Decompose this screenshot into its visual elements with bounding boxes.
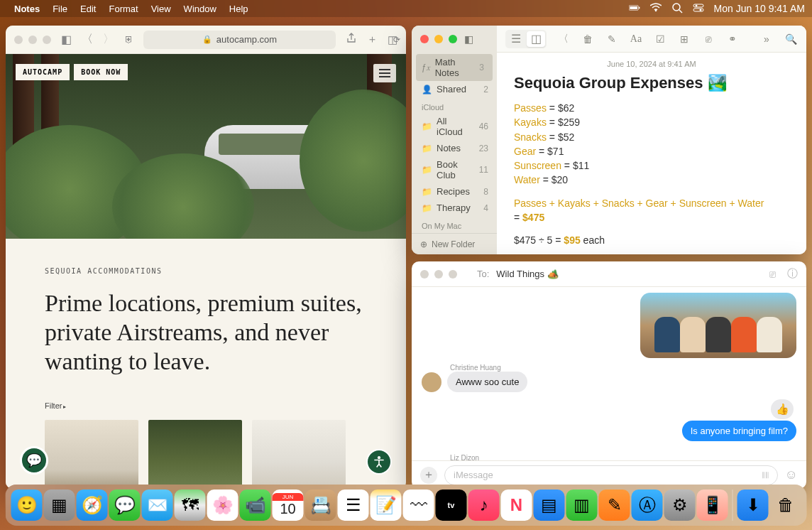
dock-pages[interactable]: ✎ [599,490,630,521]
dock-notes[interactable]: 📝 [371,490,402,521]
sidebar-item-notes[interactable]: 📁Notes23 [412,140,497,156]
forward-button[interactable]: 〉 [103,32,114,47]
menu-view[interactable]: View [151,4,171,14]
dock-messages[interactable]: 💬 [109,490,141,521]
sidebar-toggle-icon[interactable]: ◧ [464,33,473,45]
message-thread[interactable]: Christine Huang Awww soo cute 👍 Is anyon… [412,287,806,460]
dock-contacts[interactable]: 📇 [305,490,336,521]
dock-reminders[interactable]: ☰ [338,490,369,521]
minimize-button[interactable] [434,270,443,278]
apps-button[interactable]: ＋ [420,467,437,484]
info-icon[interactable]: ⓘ [787,267,798,281]
link-icon[interactable]: ⚭ [725,33,740,45]
audio-message-icon[interactable]: ⦀⦀ [762,470,769,481]
dock-safari[interactable]: 🧭 [77,490,108,521]
view-mode-segment[interactable]: ☰ ◫ [505,30,547,48]
dock-numbers[interactable]: ▥ [566,490,598,521]
app-menu[interactable]: Notes [14,4,40,14]
new-tab-icon[interactable]: ＋ [367,33,378,46]
menu-file[interactable]: File [53,4,67,14]
reload-icon[interactable]: ⟳ [393,35,400,45]
trash-icon[interactable]: 🗑 [581,33,595,45]
menu-format[interactable]: Format [109,4,138,14]
menu-edit[interactable]: Edit [80,4,96,14]
new-folder-button[interactable]: ⊕ New Folder [412,233,497,254]
dock-app-store[interactable]: Ⓐ [632,490,663,521]
dock-keynote[interactable]: ▤ [534,490,565,521]
accommodation-card[interactable] [45,420,138,489]
dock-freeform[interactable]: 〰 [403,490,434,521]
checklist-icon[interactable]: ☑ [653,33,667,45]
dock-mail[interactable]: ✉️ [142,490,173,521]
menubar-clock[interactable]: Mon Jun 10 9:41 AM [714,3,805,14]
gallery-view-icon[interactable]: ◫ [527,31,545,47]
close-button[interactable] [420,270,429,278]
search-icon[interactable]: 🔍 [784,33,798,45]
note-editor[interactable]: June 10, 2024 at 9:41 AM Sequoia Group E… [497,53,806,254]
conversation-name[interactable]: Wild Things 🏕️ [496,269,558,279]
dock-settings[interactable]: ⚙ [664,490,696,521]
minimize-button[interactable] [28,36,37,44]
dock-facetime[interactable]: 📹 [240,490,271,521]
dock-downloads[interactable]: ⬇ [737,490,769,521]
site-logo[interactable]: AUTOCAMP [16,64,70,80]
dock-music[interactable]: ♪ [468,490,500,521]
spotlight-icon[interactable] [671,2,683,16]
facetime-icon[interactable]: ⎚ [769,268,776,280]
wifi-icon[interactable] [650,2,662,16]
share-icon[interactable] [346,33,357,46]
dock-tv[interactable]: tv [436,490,467,521]
accommodation-card[interactable] [252,420,346,489]
back-button[interactable]: 〈 [82,32,93,47]
menu-button[interactable] [373,64,396,82]
book-now-button[interactable]: BOOK NOW [74,64,128,80]
privacy-icon[interactable]: ⛨ [124,34,133,45]
sidebar-item-math-notes[interactable]: ƒ𝑥 Math Notes 3 [416,54,493,81]
compose-icon[interactable]: ✎ [605,33,619,45]
table-icon[interactable]: ⊞ [677,33,691,45]
list-view-icon[interactable]: ☰ [507,31,525,47]
control-center-icon[interactable] [693,2,704,16]
sidebar-item-book-club[interactable]: 📁Book Club11 [412,156,497,183]
sidebar-item-shared[interactable]: 👤 Shared 2 [412,81,497,97]
dock-calendar[interactable]: JUN10 [273,490,304,521]
chat-fab[interactable]: 💬 [20,446,48,475]
dock-trash[interactable]: 🗑 [770,490,801,521]
sidebar-item-recipes[interactable]: 📁Recipes8 [412,183,497,200]
maximize-button[interactable] [449,270,457,278]
menu-help[interactable]: Help [229,4,248,14]
minimize-button[interactable] [434,35,443,43]
message-input[interactable]: iMessage ⦀⦀ [444,465,778,485]
accessibility-fab[interactable] [366,449,392,475]
filter-toggle[interactable]: Filter [45,401,367,410]
sidebar-section-icloud[interactable]: iCloud [412,97,497,113]
address-bar[interactable]: 🔒 autocamp.com ⟳ [143,31,336,49]
dock-maps[interactable]: 🗺 [175,490,206,521]
more-icon[interactable]: » [759,33,774,45]
format-icon[interactable]: Aa [629,33,643,45]
battery-icon[interactable] [629,2,640,16]
maximize-button[interactable] [449,35,457,43]
menu-window[interactable]: Window [184,4,216,14]
close-button[interactable] [420,35,429,43]
sidebar-item-therapy[interactable]: 📁Therapy4 [412,200,497,216]
dock-finder[interactable]: 🙂 [11,490,43,521]
maximize-button[interactable] [43,36,51,44]
dock-launchpad[interactable]: ▦ [44,490,75,521]
message-bubble-sent[interactable]: Is anyone bringing film? [682,421,796,441]
sidebar-toggle-icon[interactable]: ◧ [61,33,72,46]
sidebar-section-on-my-mac[interactable]: On My Mac [412,216,497,232]
sidebar-item-all-icloud[interactable]: 📁All iCloud46 [412,113,497,140]
back-icon[interactable]: 〈 [556,33,571,45]
accommodation-card[interactable] [148,420,242,489]
media-icon[interactable]: ⎚ [701,33,715,45]
emoji-picker-icon[interactable]: ☺ [785,467,798,482]
tapback-thumbs-up[interactable]: 👍 [771,399,794,419]
avatar[interactable] [422,372,441,392]
close-button[interactable] [14,36,23,44]
dock-news[interactable]: N [501,490,532,521]
dock-photos[interactable]: 🌸 [207,490,238,521]
sent-photo-attachment[interactable] [640,293,796,358]
message-bubble[interactable]: Awww soo cute [447,372,527,392]
dock-iphone-mirroring[interactable]: 📱 [697,490,728,521]
